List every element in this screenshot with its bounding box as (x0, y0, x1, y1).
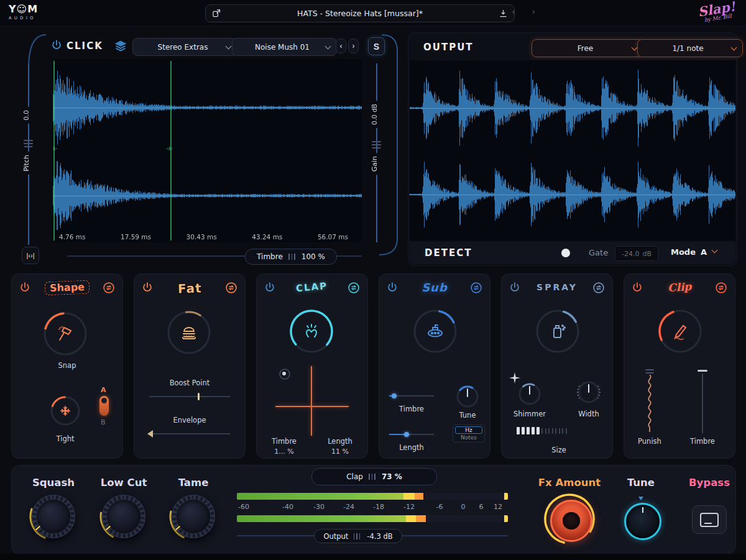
pitch-slider-handle[interactable] (24, 139, 33, 147)
punish-slider-handle[interactable] (645, 369, 654, 374)
mode-dropdown-chevron-icon[interactable] (712, 247, 718, 254)
gain-slider-handle[interactable] (372, 140, 381, 149)
sub-power-button[interactable] (387, 282, 399, 294)
clip-timbre-handle[interactable] (698, 370, 707, 372)
fx-amount-knob[interactable] (543, 493, 596, 545)
click-waveform-display[interactable]: ◁▷ ◁▷ 4.76 ms 17.59 ms 30.43 ms 43.24 ms… (53, 59, 362, 242)
sub-timbre-slider[interactable] (389, 395, 434, 397)
time-label: 43.24 ms (252, 233, 282, 241)
snap-knob[interactable] (42, 310, 89, 357)
xy-pad-horizontal-line (275, 406, 349, 407)
output-waveform-display (410, 60, 735, 241)
click-waveform-canvas[interactable] (53, 59, 362, 242)
loop-start-marker-handle[interactable]: ◁▷ (53, 146, 57, 151)
zoom-fit-button[interactable]: |‹›| (22, 247, 39, 264)
fat-preset-cycle-button[interactable] (225, 282, 237, 294)
clip-power-button[interactable] (632, 282, 644, 294)
burger-icon (178, 322, 200, 343)
envelope-handle[interactable] (147, 430, 153, 438)
tame-knob[interactable] (167, 490, 219, 543)
fat-power-button[interactable] (142, 282, 154, 294)
drag-grip-icon[interactable] (354, 533, 361, 539)
clap-mix-control[interactable]: Clap 73 % (311, 468, 437, 485)
clap-knob[interactable] (288, 308, 335, 355)
shape-preset-cycle-button[interactable] (103, 282, 115, 294)
squash-knob[interactable] (27, 490, 80, 543)
detect-bar: DETECT Gate -24.0 dB Mode A (410, 242, 735, 264)
gain-value: 0.0 dB (370, 101, 379, 128)
clap-hands-icon (301, 321, 322, 342)
spray-preset-cycle-button[interactable] (592, 282, 605, 294)
master-tune-knob[interactable] (624, 503, 661, 540)
timbre-value: 100 % (302, 252, 325, 261)
notes-option[interactable]: Notes (455, 434, 482, 441)
sub-timbre-handle[interactable] (392, 393, 397, 398)
clap-power-button[interactable] (264, 282, 277, 294)
shimmer-knob[interactable] (517, 382, 542, 406)
clap-mix-value: 73 % (382, 472, 402, 481)
bypass-button[interactable] (692, 505, 727, 534)
sub-preset-cycle-button[interactable] (470, 282, 482, 294)
tight-label: Tight (34, 434, 96, 443)
clap-mix-label: Clap (346, 472, 363, 481)
clap-xy-pad[interactable] (275, 366, 349, 436)
spray-knob[interactable] (534, 308, 581, 355)
spray-power-button[interactable] (509, 282, 522, 294)
sample-preset-dropdown[interactable]: Noise Mush 01 (232, 38, 337, 56)
sub-length-slider[interactable] (389, 434, 434, 435)
envelope-slider[interactable] (149, 433, 230, 434)
width-knob[interactable] (576, 380, 601, 405)
module-fat: Fat Boost Point Envelope (134, 273, 246, 459)
next-preset-button[interactable]: › (528, 6, 538, 17)
note-value-dropdown[interactable]: 1/1 note (637, 39, 743, 57)
low-cut-label: Low Cut (96, 477, 152, 489)
xy-pad-vertical-line (311, 366, 312, 436)
save-preset-icon[interactable] (499, 9, 508, 18)
shape-power-button[interactable] (19, 282, 32, 294)
punish-slider[interactable] (641, 369, 658, 438)
hz-notes-toggle[interactable]: Hz Notes (453, 425, 485, 443)
clip-knob[interactable] (656, 308, 704, 355)
output-label: Output (323, 532, 348, 541)
gain-slider[interactable]: 0.0 dB Gain (369, 62, 385, 246)
click-timbre-control[interactable]: Timbre 100 % (245, 249, 337, 265)
low-cut-knob[interactable] (98, 490, 150, 543)
sample-next-button[interactable]: › (348, 39, 359, 53)
ab-toggle[interactable] (99, 396, 109, 416)
size-bar[interactable] (517, 427, 567, 434)
layers-icon[interactable] (114, 40, 127, 52)
output-gain-control[interactable]: Output -4.3 dB (314, 529, 402, 543)
sub-tune-knob[interactable] (455, 384, 480, 409)
sync-mode-dropdown[interactable]: Free (532, 39, 643, 57)
sub-knob[interactable] (412, 308, 459, 355)
sample-prev-button[interactable]: ‹ (336, 39, 346, 53)
loop-end-marker-handle[interactable]: ◁▷ (167, 146, 172, 151)
plugin-window: Y☺M AUDIO HATS - Stereoize Hats [mussar]… (0, 0, 746, 560)
tight-knob[interactable] (49, 395, 81, 427)
hz-option[interactable]: Hz (455, 426, 482, 434)
time-axis: 4.76 ms 17.59 ms 30.43 ms 43.24 ms 56.07… (53, 233, 362, 241)
boost-point-slider[interactable] (149, 396, 230, 397)
chevron-down-icon (325, 43, 331, 49)
punish-squiggle-track (645, 375, 655, 432)
clip-preset-cycle-button[interactable] (715, 282, 727, 294)
mode-label: Mode (671, 247, 696, 257)
click-solo-button[interactable]: S (368, 37, 385, 55)
clap-length-label: Length (318, 437, 362, 446)
chevron-down-icon (632, 44, 638, 50)
fat-knob[interactable] (165, 309, 213, 356)
ab-option-a[interactable]: A (101, 386, 106, 394)
drag-grip-icon[interactable] (288, 254, 296, 260)
clip-timbre-slider[interactable] (694, 369, 711, 438)
mode-value[interactable]: A (701, 247, 707, 257)
drag-grip-icon[interactable] (369, 474, 376, 480)
ab-option-b[interactable]: B (101, 418, 106, 426)
sub-length-handle[interactable] (404, 432, 409, 437)
gate-threshold-field[interactable]: -24.0 dB (615, 246, 658, 261)
pitch-slider[interactable]: 0.0 Pitch (21, 62, 37, 247)
boost-point-handle[interactable] (198, 393, 200, 400)
previous-preset-button[interactable]: ‹ (509, 6, 518, 17)
click-power-button[interactable] (51, 39, 62, 50)
layer-preset-dropdown[interactable]: Stereo Extras (132, 38, 237, 56)
clap-preset-cycle-button[interactable] (348, 282, 360, 294)
